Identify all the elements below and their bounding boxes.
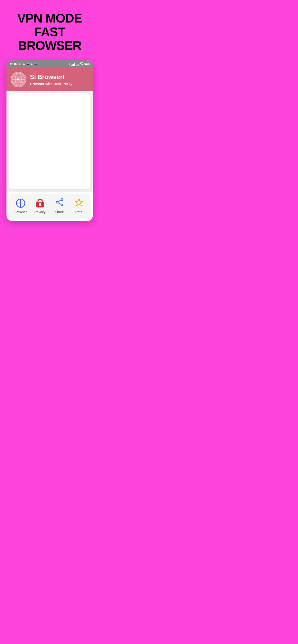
app-header: Si Si Browser! Browser with Best Proxy [7,68,93,91]
privacy-nav-label: Privacy [35,210,46,214]
status-right: ✦ [68,62,89,66]
instagram-icon: 📷 [34,63,37,66]
rate-nav-icon [74,198,84,208]
bottom-navigation: Browser Privacy [9,194,90,219]
dots-icon: ··· [39,63,41,66]
globe-icon [16,198,25,208]
bell-icon: 🔔 [18,63,21,66]
bluetooth-icon: ✦ [68,63,70,66]
status-bar: 12:18 🔔 ⏰ 📷 ▶ 📷 ··· ✦ [7,60,93,68]
svg-line-9 [58,200,61,202]
star-icon [75,198,83,208]
status-left: 12:18 🔔 ⏰ 📷 ▶ 📷 ··· [10,63,41,66]
app-subtitle: Browser with Best Proxy [30,82,72,86]
app-title-block: Si Browser! Browser with Best Proxy [30,73,72,86]
battery-icon [84,63,89,66]
play-icon: ▶ [31,63,33,66]
nav-item-rate[interactable]: Rate [72,198,86,214]
nav-item-share[interactable]: Share [52,198,67,214]
wifi-icon [80,62,83,66]
app-logo: Si [11,72,26,87]
logo-globe-svg: Si [12,72,26,86]
time-display: 12:18 [10,63,17,66]
share-nav-icon [54,198,65,208]
browser-content [7,91,93,192]
camera-icon: 📷 [27,63,30,66]
nav-item-privacy[interactable]: Privacy [33,198,47,214]
privacy-nav-icon [35,198,45,208]
nav-item-browser[interactable]: Browser [14,198,28,214]
browser-white-area [9,94,90,189]
lock-icon [36,199,44,208]
hero-line1: VPN MODE [17,11,82,25]
hero-line2: FAST BROWSER [18,25,82,52]
browser-nav-label: Browser [14,210,27,214]
signal-bars-1 [71,63,75,66]
app-name: Si Browser! [30,73,72,81]
hero-title: VPN MODE FAST BROWSER [0,0,99,60]
alarm-icon: ⏰ [22,63,25,66]
rate-nav-label: Rate [75,210,83,214]
svg-line-10 [58,203,61,204]
share-nav-label: Share [55,210,64,214]
browser-nav-icon [16,198,26,208]
svg-text:Si: Si [16,77,21,83]
share-icon [55,198,64,208]
svg-marker-11 [75,198,83,206]
signal-bars-2 [76,63,79,66]
phone-mockup: 12:18 🔔 ⏰ 📷 ▶ 📷 ··· ✦ [7,60,93,221]
